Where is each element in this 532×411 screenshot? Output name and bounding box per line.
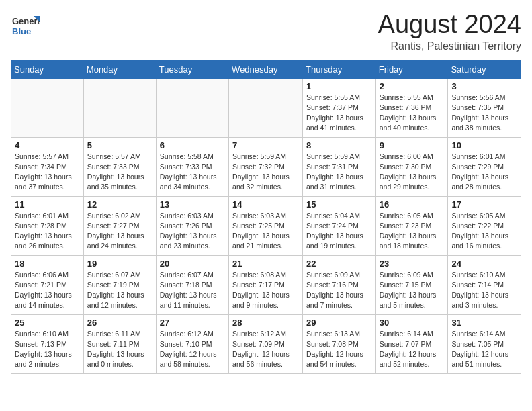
week-row-3: 11Sunrise: 6:01 AM Sunset: 7:28 PM Dayli…: [11, 196, 521, 255]
cell-info: Sunrise: 6:10 AM Sunset: 7:14 PM Dayligh…: [451, 270, 517, 311]
cell-info: Sunrise: 5:55 AM Sunset: 7:37 PM Dayligh…: [306, 93, 372, 134]
col-header-tuesday: Tuesday: [156, 60, 228, 78]
calendar-cell: 13Sunrise: 6:03 AM Sunset: 7:26 PM Dayli…: [156, 196, 228, 255]
week-row-2: 4Sunrise: 5:57 AM Sunset: 7:34 PM Daylig…: [11, 137, 521, 196]
cell-day-number: 29: [306, 318, 372, 328]
cell-day-number: 20: [160, 259, 225, 269]
calendar-cell: 4Sunrise: 5:57 AM Sunset: 7:34 PM Daylig…: [11, 137, 84, 196]
month-title: August 2024: [378, 11, 521, 39]
calendar-cell: 5Sunrise: 5:57 AM Sunset: 7:33 PM Daylig…: [83, 137, 156, 196]
calendar-cell: [83, 78, 156, 137]
calendar-cell: 7Sunrise: 5:59 AM Sunset: 7:32 PM Daylig…: [229, 137, 303, 196]
cell-info: Sunrise: 6:08 AM Sunset: 7:17 PM Dayligh…: [232, 270, 299, 311]
cell-day-number: 9: [380, 140, 445, 150]
cell-info: Sunrise: 6:10 AM Sunset: 7:13 PM Dayligh…: [15, 329, 80, 370]
calendar-cell: 20Sunrise: 6:07 AM Sunset: 7:18 PM Dayli…: [156, 255, 228, 314]
svg-text:Blue: Blue: [12, 26, 31, 36]
calendar-cell: 9Sunrise: 6:00 AM Sunset: 7:30 PM Daylig…: [375, 137, 448, 196]
cell-day-number: 21: [232, 259, 299, 269]
cell-info: Sunrise: 6:14 AM Sunset: 7:07 PM Dayligh…: [380, 329, 445, 370]
cell-info: Sunrise: 6:07 AM Sunset: 7:19 PM Dayligh…: [87, 270, 152, 311]
cell-day-number: 13: [160, 199, 225, 210]
calendar-table: SundayMondayTuesdayWednesdayThursdayFrid…: [11, 60, 521, 374]
location-title: Rantis, Palestinian Territory: [378, 40, 521, 52]
cell-day-number: 23: [380, 259, 445, 269]
title-area: August 2024 Rantis, Palestinian Territor…: [378, 11, 521, 52]
calendar-cell: 10Sunrise: 6:01 AM Sunset: 7:29 PM Dayli…: [448, 137, 521, 196]
cell-info: Sunrise: 6:04 AM Sunset: 7:24 PM Dayligh…: [306, 211, 372, 252]
col-header-monday: Monday: [83, 60, 156, 78]
cell-day-number: 4: [15, 140, 80, 150]
calendar-cell: 23Sunrise: 6:09 AM Sunset: 7:15 PM Dayli…: [375, 255, 448, 314]
logo-icon: General Blue: [11, 11, 40, 40]
calendar-cell: 24Sunrise: 6:10 AM Sunset: 7:14 PM Dayli…: [448, 255, 521, 314]
calendar-cell: 6Sunrise: 5:58 AM Sunset: 7:33 PM Daylig…: [156, 137, 228, 196]
cell-day-number: 17: [451, 199, 517, 210]
cell-info: Sunrise: 6:01 AM Sunset: 7:28 PM Dayligh…: [15, 211, 80, 252]
cell-day-number: 6: [160, 140, 225, 150]
col-header-friday: Friday: [375, 60, 448, 78]
calendar-cell: 31Sunrise: 6:14 AM Sunset: 7:05 PM Dayli…: [448, 314, 521, 373]
cell-info: Sunrise: 6:06 AM Sunset: 7:21 PM Dayligh…: [15, 270, 80, 311]
calendar-cell: 11Sunrise: 6:01 AM Sunset: 7:28 PM Dayli…: [11, 196, 84, 255]
calendar-cell: 22Sunrise: 6:09 AM Sunset: 7:16 PM Dayli…: [303, 255, 376, 314]
cell-day-number: 22: [306, 259, 372, 269]
calendar-cell: 30Sunrise: 6:14 AM Sunset: 7:07 PM Dayli…: [375, 314, 448, 373]
cell-info: Sunrise: 5:58 AM Sunset: 7:33 PM Dayligh…: [160, 152, 225, 193]
calendar-cell: 14Sunrise: 6:03 AM Sunset: 7:25 PM Dayli…: [229, 196, 303, 255]
cell-day-number: 8: [306, 140, 372, 150]
calendar-cell: 12Sunrise: 6:02 AM Sunset: 7:27 PM Dayli…: [83, 196, 156, 255]
cell-info: Sunrise: 6:12 AM Sunset: 7:09 PM Dayligh…: [232, 329, 299, 370]
calendar-cell: 3Sunrise: 5:56 AM Sunset: 7:35 PM Daylig…: [448, 78, 521, 137]
calendar-cell: 21Sunrise: 6:08 AM Sunset: 7:17 PM Dayli…: [229, 255, 303, 314]
col-header-wednesday: Wednesday: [229, 60, 303, 78]
cell-day-number: 7: [232, 140, 299, 150]
cell-day-number: 14: [232, 199, 299, 210]
cell-day-number: 28: [232, 318, 299, 328]
cell-day-number: 3: [451, 81, 517, 91]
cell-day-number: 1: [306, 81, 372, 91]
cell-day-number: 5: [87, 140, 152, 150]
week-row-1: 1Sunrise: 5:55 AM Sunset: 7:37 PM Daylig…: [11, 78, 521, 137]
week-row-4: 18Sunrise: 6:06 AM Sunset: 7:21 PM Dayli…: [11, 255, 521, 314]
cell-info: Sunrise: 5:59 AM Sunset: 7:31 PM Dayligh…: [306, 152, 372, 193]
cell-info: Sunrise: 5:57 AM Sunset: 7:34 PM Dayligh…: [15, 152, 80, 193]
cell-info: Sunrise: 6:11 AM Sunset: 7:11 PM Dayligh…: [87, 329, 152, 370]
logo: General Blue: [11, 11, 43, 40]
cell-info: Sunrise: 6:01 AM Sunset: 7:29 PM Dayligh…: [451, 152, 517, 193]
cell-day-number: 31: [451, 318, 517, 328]
cell-day-number: 24: [451, 259, 517, 269]
calendar-cell: 8Sunrise: 5:59 AM Sunset: 7:31 PM Daylig…: [303, 137, 376, 196]
col-header-saturday: Saturday: [448, 60, 521, 78]
cell-day-number: 16: [380, 199, 445, 210]
calendar-cell: 26Sunrise: 6:11 AM Sunset: 7:11 PM Dayli…: [83, 314, 156, 373]
cell-info: Sunrise: 6:05 AM Sunset: 7:22 PM Dayligh…: [451, 211, 517, 252]
calendar-cell: [156, 78, 228, 137]
calendar-cell: [229, 78, 303, 137]
cell-day-number: 15: [306, 199, 372, 210]
col-header-thursday: Thursday: [303, 60, 376, 78]
calendar-cell: 1Sunrise: 5:55 AM Sunset: 7:37 PM Daylig…: [303, 78, 376, 137]
calendar-cell: 18Sunrise: 6:06 AM Sunset: 7:21 PM Dayli…: [11, 255, 84, 314]
cell-info: Sunrise: 5:55 AM Sunset: 7:36 PM Dayligh…: [380, 93, 445, 134]
cell-info: Sunrise: 6:09 AM Sunset: 7:16 PM Dayligh…: [306, 270, 372, 311]
calendar-header-row: SundayMondayTuesdayWednesdayThursdayFrid…: [11, 60, 521, 78]
cell-day-number: 11: [15, 199, 80, 210]
cell-info: Sunrise: 6:03 AM Sunset: 7:25 PM Dayligh…: [232, 211, 299, 252]
cell-info: Sunrise: 6:14 AM Sunset: 7:05 PM Dayligh…: [451, 329, 517, 370]
cell-day-number: 12: [87, 199, 152, 210]
cell-info: Sunrise: 6:12 AM Sunset: 7:10 PM Dayligh…: [160, 329, 225, 370]
calendar-cell: 17Sunrise: 6:05 AM Sunset: 7:22 PM Dayli…: [448, 196, 521, 255]
col-header-sunday: Sunday: [11, 60, 84, 78]
cell-info: Sunrise: 5:57 AM Sunset: 7:33 PM Dayligh…: [87, 152, 152, 193]
calendar-cell: 2Sunrise: 5:55 AM Sunset: 7:36 PM Daylig…: [375, 78, 448, 137]
cell-info: Sunrise: 6:05 AM Sunset: 7:23 PM Dayligh…: [380, 211, 445, 252]
calendar-cell: 27Sunrise: 6:12 AM Sunset: 7:10 PM Dayli…: [156, 314, 228, 373]
calendar-cell: 25Sunrise: 6:10 AM Sunset: 7:13 PM Dayli…: [11, 314, 84, 373]
cell-day-number: 26: [87, 318, 152, 328]
calendar-cell: 29Sunrise: 6:13 AM Sunset: 7:08 PM Dayli…: [303, 314, 376, 373]
cell-info: Sunrise: 5:56 AM Sunset: 7:35 PM Dayligh…: [451, 93, 517, 134]
cell-day-number: 18: [15, 259, 80, 269]
cell-info: Sunrise: 6:02 AM Sunset: 7:27 PM Dayligh…: [87, 211, 152, 252]
week-row-5: 25Sunrise: 6:10 AM Sunset: 7:13 PM Dayli…: [11, 314, 521, 373]
